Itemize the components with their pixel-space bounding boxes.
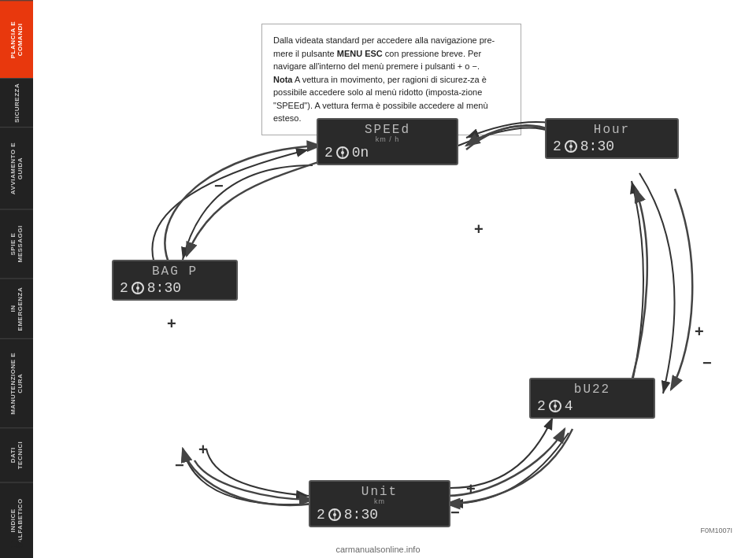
buzz-value: 2 4 [537, 398, 647, 414]
page-number: 18 [0, 538, 33, 550]
hour-title: Hour [553, 123, 671, 137]
buzz-display: bU22 2 4 [529, 378, 655, 419]
steering-icon-unit [328, 508, 341, 521]
minus-label-bottom-center: − [450, 504, 460, 522]
sidebar-item-emergenza[interactable]: IN EMERGENZA [0, 278, 33, 338]
steering-icon-bagp [132, 282, 144, 294]
speed-val: 0n [352, 145, 369, 161]
speed-prefix: 2 [324, 145, 333, 161]
buzz-val: 4 [565, 398, 573, 414]
hour-value: 2 8:30 [553, 139, 671, 154]
sidebar-item-plancia[interactable]: PLANCIA E COMANDI [0, 0, 33, 78]
unit-subtitle: km [317, 497, 443, 505]
footer-ref: F0M1007I [700, 527, 732, 534]
info-note-label: Nota [273, 75, 292, 84]
plus-label-bottom-left: + [198, 441, 208, 459]
sidebar-item-manutenzione[interactable]: MANUTENZIONE E CURA [0, 338, 33, 427]
minus-label-right: − [702, 354, 712, 372]
unit-val: 8:30 [344, 507, 378, 523]
bagp-display: BAG P 2 8:30 [112, 260, 238, 301]
unit-prefix: 2 [317, 507, 325, 523]
plus-label-right: + [695, 323, 704, 341]
steering-icon-speed [336, 146, 349, 159]
bagp-val: 8:30 [147, 280, 181, 296]
main-content: Dalla videata standard per accedere alla… [33, 0, 756, 558]
diagram: − + + + − − + + − SPEEd km / h 2 0n Hour… [80, 102, 726, 519]
bagp-title: BAG P [120, 264, 230, 279]
speed-display: SPEEd km / h 2 0n [317, 118, 458, 165]
carmanuals-footer: carmanualsonline.info [335, 545, 420, 554]
buzz-prefix: 2 [537, 398, 546, 414]
plus-label-right-top: + [474, 220, 484, 238]
sidebar-item-avviamento[interactable]: AVVIAMENTO E GUIDA [0, 127, 33, 209]
bagp-prefix: 2 [120, 280, 128, 296]
plus-label-bottom-center: + [466, 480, 476, 498]
minus-label-left-top: − [214, 177, 224, 195]
sidebar: PLANCIA E COMANDI SICUREZZA AVVIAMENTO E… [0, 0, 33, 558]
buzz-title: bU22 [537, 382, 647, 397]
hour-display: Hour 2 8:30 [545, 118, 679, 159]
hour-val: 8:30 [580, 139, 614, 154]
speed-value: 2 0n [324, 145, 450, 161]
sidebar-item-spie[interactable]: SPIE E MESSAGGI [0, 209, 33, 279]
hour-prefix: 2 [553, 139, 561, 154]
bagp-value: 2 8:30 [120, 280, 230, 296]
unit-value: 2 8:30 [317, 507, 443, 523]
sidebar-item-dati[interactable]: DATI TECNICI [0, 427, 33, 482]
plus-label-left-mid: + [167, 315, 176, 333]
info-bold-text: MENU ESC [337, 49, 383, 58]
steering-icon-hour [565, 140, 577, 153]
minus-label-bottom-left: − [175, 456, 184, 475]
sidebar-item-sicurezza[interactable]: SICUREZZA [0, 78, 33, 127]
unit-display: Unit km 2 8:30 [309, 480, 450, 527]
steering-icon-buzz [549, 400, 561, 412]
speed-subtitle: km / h [324, 135, 450, 143]
